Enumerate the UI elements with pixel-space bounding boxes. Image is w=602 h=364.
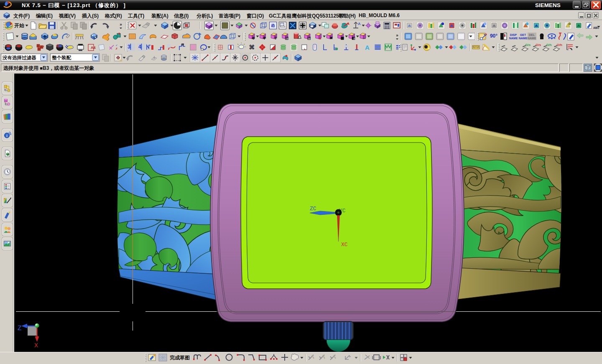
- svg-text:✖: ✖: [329, 36, 333, 40]
- svg-text:◧: ◧: [352, 36, 355, 40]
- svg-text:»: »: [396, 33, 398, 38]
- svg-text:▦: ▦: [341, 36, 344, 40]
- svg-text:没有选择过滤器: 没有选择过滤器: [2, 55, 36, 60]
- svg-text:⇧: ⇧: [274, 36, 277, 40]
- svg-text:趋: 趋: [271, 23, 275, 28]
- svg-text:完成草图: 完成草图: [170, 355, 190, 361]
- svg-text:ZC: ZC: [310, 206, 316, 212]
- svg-text:X: X: [34, 342, 38, 349]
- svg-text:G/h: G/h: [546, 43, 551, 47]
- svg-text:✓: ✓: [115, 44, 118, 47]
- svg-text:3▏: 3▏: [128, 43, 134, 50]
- svg-text:◳: ◳: [307, 36, 311, 40]
- svg-text:GET: GET: [520, 33, 526, 36]
- svg-text:✗: ✗: [115, 47, 118, 50]
- svg-text:↔: ↔: [363, 36, 367, 40]
- svg-text:NAME: NAME: [519, 37, 528, 40]
- svg-text:⊕: ⊕: [252, 36, 255, 40]
- svg-text:O/s: O/s: [536, 43, 541, 47]
- svg-text:✚: ✚: [263, 36, 266, 40]
- svg-text:XC: XC: [341, 242, 348, 248]
- svg-text:DEL: DEL: [529, 33, 535, 36]
- svg-text:NAME: NAME: [528, 37, 536, 40]
- svg-text:DISP: DISP: [510, 33, 517, 36]
- svg-text:4▏: 4▏: [138, 43, 145, 50]
- svg-text:A: A: [365, 44, 370, 51]
- svg-text:A: A: [358, 22, 361, 26]
- svg-text:Z: Z: [18, 325, 22, 332]
- svg-text:⌘: ⌘: [249, 44, 255, 51]
- svg-text:O/h: O/h: [557, 43, 562, 47]
- svg-text:▲: ▲: [318, 36, 322, 40]
- svg-text:G/s: G/s: [525, 43, 531, 47]
- svg-text:i: i: [6, 134, 8, 138]
- svg-text:NAME: NAME: [509, 37, 518, 40]
- svg-text:90°: 90°: [490, 33, 497, 39]
- svg-text:A4: A4: [91, 46, 96, 50]
- svg-text:a: a: [42, 44, 44, 48]
- svg-text:»: »: [120, 22, 122, 27]
- svg-text:开始: 开始: [14, 23, 25, 28]
- svg-text:◫: ◫: [285, 36, 289, 40]
- svg-text:整个装配: 整个装配: [51, 55, 71, 60]
